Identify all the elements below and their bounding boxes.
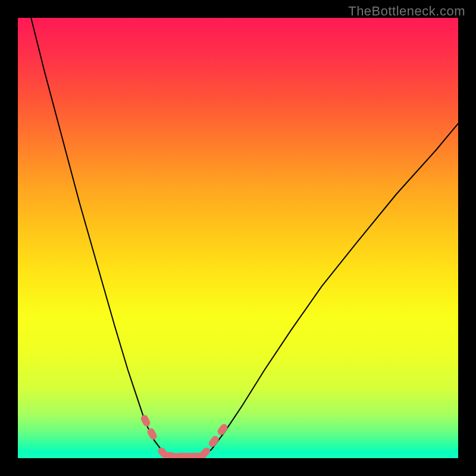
chart-container: TheBottleneck.com <box>0 0 476 476</box>
marker-layer <box>18 18 458 458</box>
data-marker <box>216 422 229 436</box>
data-marker <box>140 414 152 427</box>
plot-area <box>18 18 458 458</box>
watermark-text: TheBottleneck.com <box>348 4 465 19</box>
data-marker <box>198 446 211 458</box>
data-marker <box>146 427 158 441</box>
data-marker <box>207 434 220 448</box>
